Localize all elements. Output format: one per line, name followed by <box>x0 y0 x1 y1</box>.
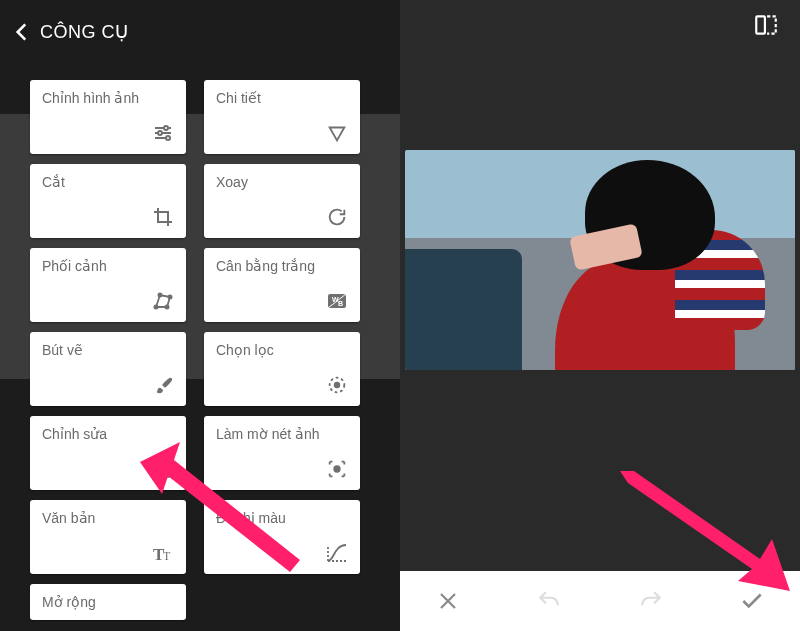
tool-curves[interactable]: Đồ thị màu <box>204 500 360 574</box>
perspective-icon <box>150 288 176 314</box>
photo-preview <box>405 150 795 370</box>
svg-point-16 <box>165 471 167 473</box>
svg-point-15 <box>159 465 161 467</box>
curves-icon <box>324 540 350 566</box>
tool-label: Cắt <box>42 174 174 190</box>
apply-button[interactable] <box>732 581 772 621</box>
tool-label: Chỉnh sửa <box>42 426 174 442</box>
back-icon[interactable] <box>8 18 36 46</box>
brush-icon <box>150 372 176 398</box>
text-icon: TT <box>150 540 176 566</box>
redo-button[interactable] <box>631 581 671 621</box>
crop-icon <box>150 204 176 230</box>
tool-tune[interactable]: Chỉnh hình ảnh <box>30 80 186 154</box>
cancel-button[interactable] <box>428 581 468 621</box>
svg-point-18 <box>159 471 161 473</box>
tool-white-balance[interactable]: Cân bằng trắng WB <box>204 248 360 322</box>
editor-bottombar <box>400 571 800 631</box>
tool-label: Chọn lọc <box>216 342 348 358</box>
svg-point-11 <box>335 383 340 388</box>
tool-label: Bút vẽ <box>42 342 174 358</box>
editor-panel <box>400 0 800 631</box>
editor-canvas[interactable] <box>400 50 800 571</box>
tool-details[interactable]: Chi tiết <box>204 80 360 154</box>
svg-text:T: T <box>163 549 171 563</box>
tune-icon <box>150 120 176 146</box>
tool-label: Làm mờ nét ảnh <box>216 426 348 442</box>
tool-healing[interactable]: Chỉnh sửa <box>30 416 186 490</box>
svg-point-14 <box>162 468 164 470</box>
svg-point-4 <box>158 293 161 296</box>
svg-point-17 <box>165 465 167 467</box>
tool-label: Cân bằng trắng <box>216 258 348 274</box>
heal-icon <box>150 456 176 482</box>
tool-vignette[interactable]: Làm mờ nét ảnh <box>204 416 360 490</box>
wb-icon: WB <box>324 288 350 314</box>
svg-point-6 <box>165 305 168 308</box>
tool-rotate[interactable]: Xoay <box>204 164 360 238</box>
tool-crop[interactable]: Cắt <box>30 164 186 238</box>
tool-label: Văn bản <box>42 510 174 526</box>
svg-text:B: B <box>338 300 343 307</box>
tool-label: Phối cảnh <box>42 258 174 274</box>
tool-brush[interactable]: Bút vẽ <box>30 332 186 406</box>
tool-perspective[interactable]: Phối cảnh <box>30 248 186 322</box>
tool-selective[interactable]: Chọn lọc <box>204 332 360 406</box>
undo-button[interactable] <box>529 581 569 621</box>
vignette-icon <box>324 456 350 482</box>
svg-rect-23 <box>756 16 765 33</box>
tool-grid: Chỉnh hình ảnh Chi tiết Cắt Xoay Phối cả… <box>30 80 360 631</box>
tool-expand[interactable]: Mở rộng <box>30 584 186 620</box>
tool-label: Chi tiết <box>216 90 348 106</box>
tool-label: Xoay <box>216 174 348 190</box>
tools-title: CÔNG CỤ <box>40 21 129 43</box>
tool-text[interactable]: Văn bản TT <box>30 500 186 574</box>
selective-icon <box>324 372 350 398</box>
svg-point-0 <box>164 126 168 130</box>
tools-panel: CÔNG CỤ Chỉnh hình ảnh Chi tiết Cắt Xoay <box>0 0 400 631</box>
tool-label: Chỉnh hình ảnh <box>42 90 174 106</box>
svg-point-1 <box>158 131 162 135</box>
svg-point-5 <box>168 295 171 298</box>
editor-topbar <box>400 0 800 50</box>
tools-header: CÔNG CỤ <box>8 18 129 46</box>
svg-point-19 <box>334 466 340 472</box>
triangle-down-icon <box>324 120 350 146</box>
tool-label: Đồ thị màu <box>216 510 348 526</box>
svg-point-3 <box>154 305 157 308</box>
rotate-icon <box>324 204 350 230</box>
svg-point-2 <box>166 136 170 140</box>
compare-icon[interactable] <box>752 11 780 39</box>
tool-label: Mở rộng <box>42 594 174 610</box>
